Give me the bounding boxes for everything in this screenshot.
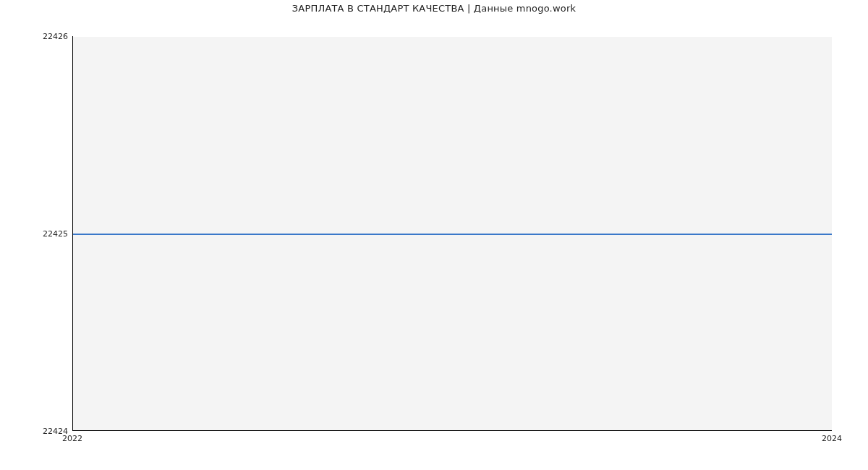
ytick-22426: 22426 [43, 32, 68, 41]
xtick-2024: 2024 [822, 434, 842, 443]
chart-title: ЗАРПЛАТА В СТАНДАРТ КАЧЕСТВА | Данные mn… [0, 3, 868, 14]
data-line [73, 234, 832, 235]
ytick-22425: 22425 [43, 229, 68, 239]
xtick-2022: 2022 [62, 434, 82, 443]
salary-chart: ЗАРПЛАТА В СТАНДАРТ КАЧЕСТВА | Данные mn… [0, 0, 868, 470]
plot-area [72, 36, 832, 431]
gridline-top [73, 36, 832, 37]
